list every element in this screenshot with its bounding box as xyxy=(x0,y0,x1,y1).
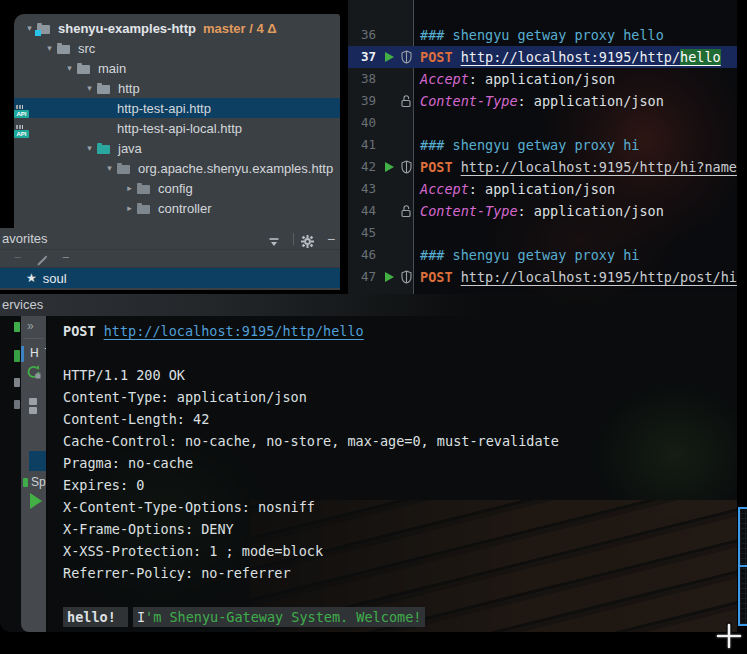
request-url[interactable]: http://localhost:9195/http/post/hi xyxy=(461,269,737,285)
tree-item-http-test-api-local[interactable]: API http-test-api-local.http xyxy=(14,118,340,138)
header-value: : application/json xyxy=(469,71,615,87)
clipped-icon-fragment xyxy=(14,378,20,387)
comment-text: ### shengyu getway proxy hello xyxy=(420,27,664,43)
response-header: Content-Length: 42 xyxy=(47,408,737,430)
header-key: Content-Type xyxy=(420,93,518,109)
tree-item-project-root[interactable]: ▾ shenyu-examples-http master / 4 Δ xyxy=(14,18,340,38)
screenshot-loupe xyxy=(738,507,747,626)
line-number: 46 xyxy=(348,244,376,266)
tree-item-main[interactable]: ▾ main xyxy=(14,58,340,78)
source-folder-icon xyxy=(97,142,113,155)
tree-item-label: config xyxy=(158,181,193,196)
stop-icon[interactable] xyxy=(29,407,37,414)
tree-item-java[interactable]: ▾ java xyxy=(14,138,340,158)
screenshot-canvas: ▾ shenyu-examples-http master / 4 Δ ▾ sr… xyxy=(0,0,747,654)
tree-item-http[interactable]: ▾ http xyxy=(14,78,340,98)
editor-line-47[interactable]: 47 POST http://localhost:9195/http/post/… xyxy=(348,266,737,288)
favorites-title: avorites xyxy=(2,228,48,250)
editor-line-46[interactable]: 46 ### shengyu getway proxy hi xyxy=(348,244,737,266)
comment-text: ### shengyu getway proxy hi xyxy=(420,247,639,263)
chevron-down-icon[interactable]: ▾ xyxy=(82,143,97,153)
active-tab-indicator xyxy=(21,346,24,362)
http-method: POST xyxy=(63,323,104,339)
response-body-line: hello! I'm Shenyu-Gateway System. Welcom… xyxy=(47,606,737,628)
editor-line-37-current[interactable]: 37 POST http://localhost:9195/http/hello xyxy=(348,46,737,68)
response-header: X-Content-Type-Options: nosniff xyxy=(47,496,737,518)
request-url[interactable]: http://localhost:9195/http/ xyxy=(461,49,680,65)
tree-item-controller[interactable]: ▸ controller xyxy=(14,198,340,218)
tree-item-label: org.apache.shenyu.examples.http xyxy=(138,161,333,176)
response-header: Referrer-Policy: no-referrer xyxy=(47,562,737,584)
play-icon[interactable] xyxy=(30,493,42,509)
header-value: : application/json xyxy=(518,93,664,109)
folder-icon xyxy=(97,82,113,95)
folder-icon xyxy=(77,62,93,75)
chevron-down-icon[interactable]: ▾ xyxy=(42,43,57,53)
editor-line-38[interactable]: 38 Accept: application/json xyxy=(348,68,737,90)
run-request-icon[interactable] xyxy=(385,52,394,62)
remove-icon[interactable]: − xyxy=(62,250,70,265)
header-value: : application/json xyxy=(518,203,664,219)
chevron-right-icon[interactable]: ▸ xyxy=(122,183,137,193)
editor-http-request-file[interactable]: 36 ### shengyu getway proxy hello 37 POS… xyxy=(348,0,737,294)
request-url[interactable]: http://localhost:9195/http/hi?name xyxy=(461,159,737,175)
chevron-down-icon[interactable]: ▾ xyxy=(62,63,77,73)
tree-item-label: http-test-api-local.http xyxy=(117,121,242,136)
line-number: 42 xyxy=(348,156,376,178)
editor-line-36[interactable]: 36 ### shengyu getway proxy hello xyxy=(348,24,737,46)
open-lock-icon xyxy=(401,94,411,108)
response-header: Cache-Control: no-cache, no-store, max-a… xyxy=(47,430,737,452)
chevron-down-icon[interactable]: ▾ xyxy=(82,83,97,93)
tree-item-src[interactable]: ▾ src xyxy=(14,38,340,58)
http-method: POST xyxy=(420,159,461,175)
rerun-icon[interactable] xyxy=(26,364,42,384)
toolbar-divider xyxy=(23,338,44,339)
tree-item-label: http xyxy=(118,81,140,96)
status-line: HTTP/1.1 200 OK xyxy=(47,364,737,386)
services-tab-label[interactable]: HT xyxy=(30,346,46,360)
editor-line-44[interactable]: 44 Content-Type: application/json xyxy=(348,200,737,222)
http-method: POST xyxy=(420,49,461,65)
editor-line-45[interactable]: 45 xyxy=(348,222,737,244)
crosshair-cursor xyxy=(714,621,744,651)
editor-line-42[interactable]: 42 POST http://localhost:9195/http/hi?na… xyxy=(348,156,737,178)
tree-item-http-test-api[interactable]: API http-test-api.http xyxy=(14,98,340,118)
chevron-down-icon[interactable]: ▾ xyxy=(102,163,117,173)
services-tool-window: ervices » HT Sp POST http://localhost:91… xyxy=(0,294,737,632)
hide-panel-icon[interactable]: − xyxy=(327,228,335,250)
tree-item-label: main xyxy=(98,61,126,76)
services-title: ervices xyxy=(2,297,43,312)
response-header: Expires: 0 xyxy=(47,474,737,496)
folder-icon xyxy=(137,182,153,195)
folder-icon xyxy=(137,202,153,215)
add-icon[interactable]: − xyxy=(14,250,22,265)
shield-icon xyxy=(401,50,412,64)
tree-item-package[interactable]: ▾ org.apache.shenyu.examples.http xyxy=(14,158,340,178)
request-url-link[interactable]: http://localhost:9195/http/hello xyxy=(104,323,364,339)
chevron-right-icon[interactable]: ▸ xyxy=(122,203,137,213)
comment-text: ### shengyu getway proxy hi xyxy=(420,137,639,153)
response-body-message: I'm Shenyu-Gateway System. Welcome! xyxy=(133,607,425,627)
editor-line-43[interactable]: 43 Accept: application/json xyxy=(348,178,737,200)
favorites-item-soul[interactable]: ★ soul xyxy=(0,268,340,288)
editor-line-39[interactable]: 39 Content-Type: application/json xyxy=(348,90,737,112)
response-body-hello: hello! xyxy=(63,607,128,627)
project-folder-icon xyxy=(37,22,53,35)
line-number: 41 xyxy=(348,134,376,156)
selected-service-row[interactable] xyxy=(29,451,46,471)
clipped-icon-fragment xyxy=(14,350,20,362)
run-config-label[interactable]: Sp xyxy=(31,475,46,489)
overflow-chevrons-icon[interactable]: » xyxy=(27,319,33,333)
http-api-file-icon: API xyxy=(14,125,29,138)
tree-item-label: java xyxy=(118,141,142,156)
http-response-console[interactable]: POST http://localhost:9195/http/hello HT… xyxy=(46,316,737,632)
favorites-header: avorites − xyxy=(0,228,340,250)
editor-line-40[interactable]: 40 xyxy=(348,112,737,134)
run-request-icon[interactable] xyxy=(385,162,394,172)
run-request-icon[interactable] xyxy=(385,272,394,282)
services-left-toolbar: » HT Sp xyxy=(21,316,46,632)
tree-item-label: shenyu-examples-http xyxy=(58,21,196,36)
tree-item-config[interactable]: ▸ config xyxy=(14,178,340,198)
editor-line-41[interactable]: 41 ### shengyu getway proxy hi xyxy=(348,134,737,156)
stop-icon[interactable] xyxy=(29,398,37,405)
